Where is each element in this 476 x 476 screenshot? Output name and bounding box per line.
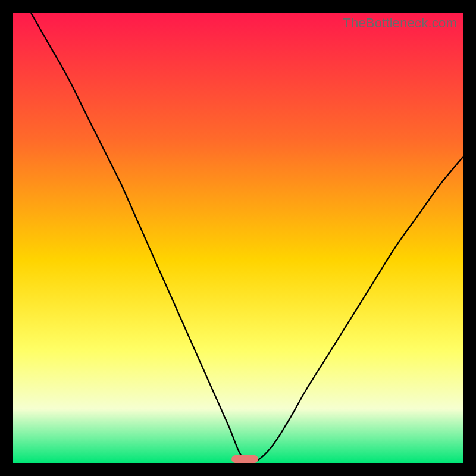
watermark-text: TheBottleneck.com (343, 15, 457, 31)
chart-frame: TheBottleneck.com (13, 13, 463, 463)
optimal-marker (231, 455, 258, 463)
gradient-background (13, 13, 463, 463)
bottleneck-chart (13, 13, 463, 463)
